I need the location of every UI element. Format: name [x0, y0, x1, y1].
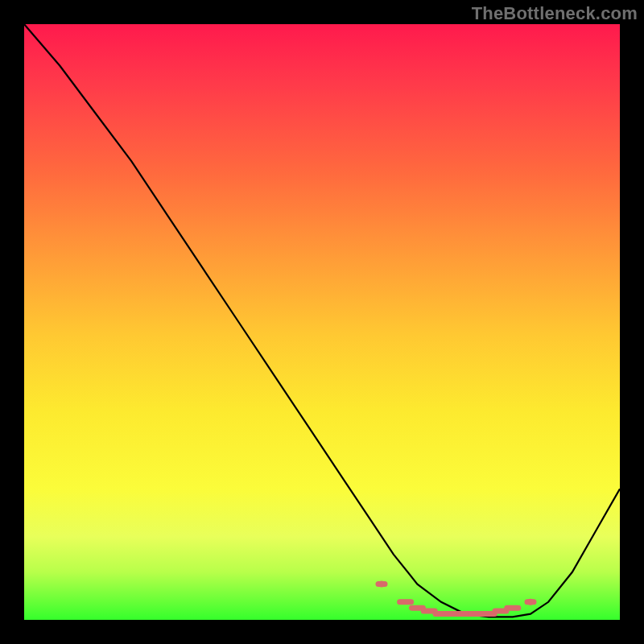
chart-frame: TheBottleneck.com — [0, 0, 644, 644]
marker-dot — [527, 599, 534, 605]
plot-area — [24, 24, 620, 620]
marker-dot — [378, 581, 385, 588]
watermark-label: TheBottleneck.com — [472, 3, 638, 24]
curve-svg — [24, 24, 620, 620]
bottleneck-curve — [24, 24, 620, 617]
